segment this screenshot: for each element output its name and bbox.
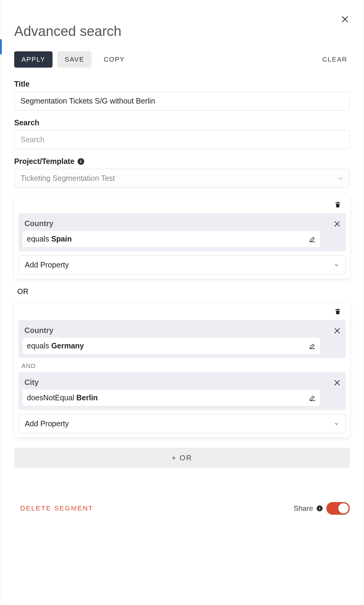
title-label: Title (14, 80, 350, 88)
info-icon[interactable]: i (317, 505, 323, 511)
edit-icon[interactable] (309, 342, 316, 350)
condition-group: Country equals Germany AND City doesNotE… (14, 302, 350, 437)
add-property-select[interactable]: Add Property (18, 255, 346, 274)
condition-row: Country equals Germany (18, 320, 346, 358)
title-input[interactable] (14, 91, 350, 110)
condition-property: City (23, 376, 341, 390)
toolbar: APPLY SAVE COPY CLEAR (14, 51, 350, 68)
project-label: Project/Template (14, 157, 75, 166)
condition-row: Country equals Spain (18, 213, 346, 251)
close-icon[interactable] (340, 14, 350, 24)
add-property-label: Add Property (25, 419, 69, 428)
remove-condition-icon[interactable] (333, 219, 341, 228)
remove-condition-icon[interactable] (333, 378, 341, 386)
clear-button[interactable]: CLEAR (320, 51, 350, 68)
left-accent-strip (0, 39, 2, 54)
edit-icon[interactable] (309, 394, 316, 402)
search-input[interactable] (14, 130, 350, 149)
condition-expression: equals Spain (27, 235, 72, 243)
chevron-down-icon (334, 421, 339, 427)
copy-button[interactable]: COPY (96, 51, 132, 68)
trash-icon[interactable] (334, 308, 341, 315)
trash-icon[interactable] (334, 201, 341, 208)
page-title: Advanced search (14, 23, 350, 39)
search-label: Search (14, 118, 350, 127)
project-select[interactable]: Ticketing Segmentation Test (14, 169, 350, 188)
or-connector: OR (17, 287, 350, 296)
apply-button[interactable]: APPLY (14, 51, 53, 68)
condition-property: Country (23, 217, 341, 231)
project-value: Ticketing Segmentation Test (14, 169, 350, 188)
edit-icon[interactable] (309, 235, 316, 243)
remove-condition-icon[interactable] (333, 326, 341, 335)
condition-expression: doesNotEqual Berlin (27, 393, 98, 402)
and-connector: AND (21, 362, 346, 370)
info-icon[interactable]: i (78, 158, 84, 165)
chevron-down-icon (334, 262, 339, 268)
condition-group: Country equals Spain Add Property (14, 196, 350, 279)
condition-property: Country (23, 324, 341, 338)
delete-segment-button[interactable]: DELETE SEGMENT (14, 501, 99, 515)
add-or-button[interactable]: + OR (14, 448, 350, 468)
share-label: Share (294, 504, 313, 513)
share-toggle[interactable] (326, 502, 350, 515)
add-property-select[interactable]: Add Property (18, 414, 346, 433)
save-button[interactable]: SAVE (57, 51, 91, 68)
add-property-label: Add Property (25, 261, 69, 269)
condition-row: City doesNotEqual Berlin (18, 372, 346, 410)
toggle-knob (338, 503, 349, 514)
condition-expression: equals Germany (27, 341, 84, 350)
